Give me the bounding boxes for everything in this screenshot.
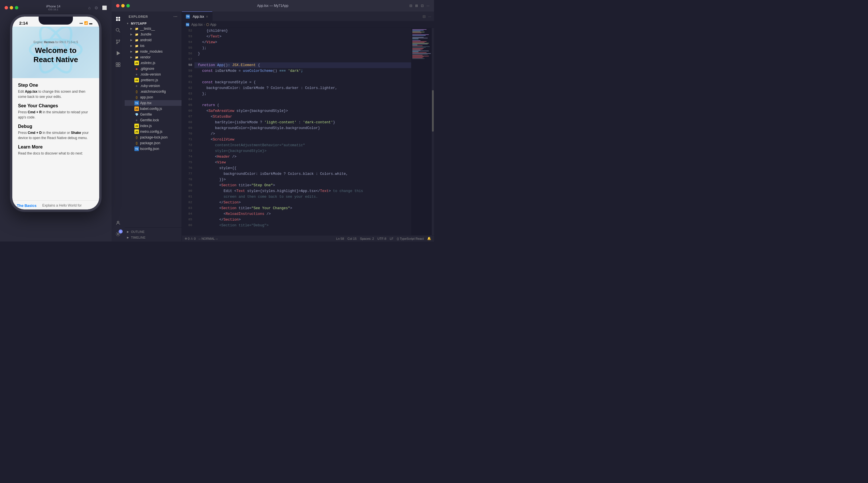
file-item[interactable]: ▶ 📁 ios <box>125 43 182 49</box>
file-item[interactable]: ▶ 📁 vendor <box>125 54 182 60</box>
status-language[interactable]: () TypeScript React <box>397 237 424 240</box>
status-line-ending[interactable]: LF <box>390 237 394 240</box>
minimap-line <box>412 47 426 48</box>
code-line: </Section> <box>194 217 411 223</box>
editor-tab-app-tsx[interactable]: TS App.tsx × <box>182 11 212 21</box>
code-line: ); <box>194 45 411 51</box>
split-vertical-icon[interactable]: ⊞ <box>415 4 418 8</box>
activity-settings[interactable]: 1 <box>113 229 123 239</box>
code-line <box>194 74 411 80</box>
file-item[interactable]: ▶ ≡ .ruby-version <box>125 83 182 89</box>
learn-more-text: Read the docs to discover what to do nex… <box>18 151 93 156</box>
traffic-light-red[interactable] <box>5 6 8 9</box>
active-file-item[interactable]: ▶ TS App.tsx <box>125 100 182 106</box>
phone-body[interactable]: Step One Edit App.tsx to change this scr… <box>12 78 99 200</box>
file-item[interactable]: ▶ 📁 node_modules <box>125 49 182 54</box>
breadcrumb-file[interactable]: App.tsx <box>191 23 203 27</box>
rotate-icon[interactable]: ⬜ <box>102 5 107 10</box>
line-num: 75 <box>184 160 192 165</box>
code-line: backgroundColor: isDarkMode ? Colors.bla… <box>194 171 411 177</box>
activity-source-control[interactable] <box>113 37 123 47</box>
outline-section[interactable]: ▶ OUTLINE <box>125 229 182 235</box>
file-item[interactable]: ▶ JS .prettierrc.js <box>125 77 182 83</box>
status-ln[interactable]: Ln 58 <box>336 237 344 240</box>
file-item[interactable]: ▶ TS tsconfig.json <box>125 146 182 152</box>
code-line: } <box>194 51 411 57</box>
file-item[interactable]: ▶ {} package-lock.json <box>125 135 182 140</box>
split-editor-button[interactable]: ⊟ <box>423 14 426 19</box>
code-content[interactable]: {children} </Text> </View> ); } <box>194 28 411 235</box>
activity-extensions[interactable] <box>113 59 123 70</box>
minimap-line <box>412 52 418 52</box>
status-col[interactable]: Col 15 <box>347 237 356 240</box>
file-item[interactable]: ▶ {} app.json <box>125 94 182 100</box>
status-spaces[interactable]: Spaces: 2 <box>360 237 374 240</box>
activity-search[interactable] <box>113 25 123 35</box>
file-item[interactable]: ▶ JS index.js <box>125 123 182 129</box>
screenshot-icon[interactable]: ⊙ <box>95 5 98 10</box>
notifications-icon[interactable]: 🔔 <box>427 237 431 240</box>
status-encoding[interactable]: UTF-8 <box>377 237 386 240</box>
code-line: backgroundColor: isDarkMode ? Colors.dar… <box>194 85 411 91</box>
explorer-more[interactable]: ··· <box>174 14 178 19</box>
vscode-window-controls: ⊟ ⊞ ⊡ ··· <box>409 4 429 8</box>
traffic-light-green[interactable] <box>15 6 18 9</box>
code-line: }; <box>194 91 411 97</box>
line-num: 72 <box>184 142 192 148</box>
split-editor-icon[interactable]: ⊟ <box>409 4 412 8</box>
line-num: 61 <box>184 80 192 85</box>
file-item[interactable]: ▶ ≡ .node-version <box>125 72 182 77</box>
scrollbar-thumb[interactable] <box>432 90 434 132</box>
see-changes-text: Press Cmd + R in the simulator to reload… <box>18 110 93 120</box>
code-line: return ( <box>194 103 411 108</box>
activity-run-debug[interactable] <box>113 48 123 58</box>
traffic-light-yellow[interactable] <box>10 6 13 9</box>
activity-accounts[interactable] <box>113 218 123 228</box>
breadcrumb-symbol[interactable]: App <box>210 23 216 27</box>
file-item[interactable]: ▶ JS babel.config.js <box>125 106 182 112</box>
activity-explorer[interactable] <box>113 14 123 24</box>
ts-icon: TS <box>134 101 139 105</box>
file-item[interactable]: ▶ {} .watchmanconfig <box>125 89 182 94</box>
line-num: 77 <box>184 171 192 177</box>
vscode-tl-green[interactable] <box>126 4 130 7</box>
file-tree[interactable]: ▾ MY71APP ▶ 📁 __tests__ ▶ 📁 .bundle <box>125 21 182 227</box>
project-root[interactable]: ▾ MY71APP <box>125 21 182 26</box>
line-num: 64 <box>184 97 192 103</box>
line-num: 66 <box>184 108 192 114</box>
file-item[interactable]: ▶ 📁 __tests__ <box>125 26 182 31</box>
file-name: package.json <box>140 141 160 145</box>
editor-layout-icon[interactable]: ⊡ <box>421 4 424 8</box>
more-actions-icon[interactable]: ··· <box>427 4 429 8</box>
svg-line-9 <box>119 31 120 32</box>
code-line: <ScrollView <box>194 137 411 142</box>
file-item[interactable]: ▶ 📁 .bundle <box>125 31 182 37</box>
line-num: 76 <box>184 165 192 171</box>
tab-close-button[interactable]: × <box>206 14 208 19</box>
footer-link[interactable]: The Basics <box>17 203 37 208</box>
file-item[interactable]: ▶ JS .eslintrc.js <box>125 60 182 66</box>
file-item[interactable]: ▶ 💎 Gemfile <box>125 112 182 117</box>
status-errors[interactable]: ⊗ 0 ⚠ 0 <box>185 237 195 240</box>
more-button[interactable]: ··· <box>428 14 431 19</box>
timeline-section[interactable]: ▶ TIMELINE <box>125 235 182 240</box>
code-line: <ReloadInstructions /> <box>194 211 411 217</box>
status-right: Ln 58 Col 15 Spaces: 2 UTF-8 LF () TypeS… <box>336 237 431 240</box>
minimap-content <box>411 28 434 60</box>
editor-area: TS App.tsx × ⊟ ··· TS App.tsx › ⬡ App <box>182 11 434 242</box>
file-item[interactable]: ▶ {} package.json <box>125 140 182 146</box>
file-item[interactable]: ▶ JS metro.config.js <box>125 129 182 135</box>
minimap-line <box>412 58 425 59</box>
step-one-text: Edit App.tsx to change this screen and t… <box>18 89 93 99</box>
vscode-tl-yellow[interactable] <box>121 4 125 7</box>
file-item[interactable]: ▶ ◆ .gitignore <box>125 66 182 72</box>
vscode-tl-red[interactable] <box>116 4 120 7</box>
json-icon: {} <box>134 89 139 94</box>
file-item[interactable]: ▶ ≡ Gemfile.lock <box>125 117 182 123</box>
home-icon[interactable]: ⌂ <box>88 5 91 10</box>
line-num: 65 <box>184 103 192 108</box>
phone-frame: 2:14 ▪▪▪ 📶 ▬ Engine: Hermes for RN 0.71 <box>10 14 101 212</box>
timeline-arrow: ▶ <box>127 236 131 239</box>
minimap-line <box>412 34 429 35</box>
file-item[interactable]: ▶ 📁 android <box>125 37 182 43</box>
